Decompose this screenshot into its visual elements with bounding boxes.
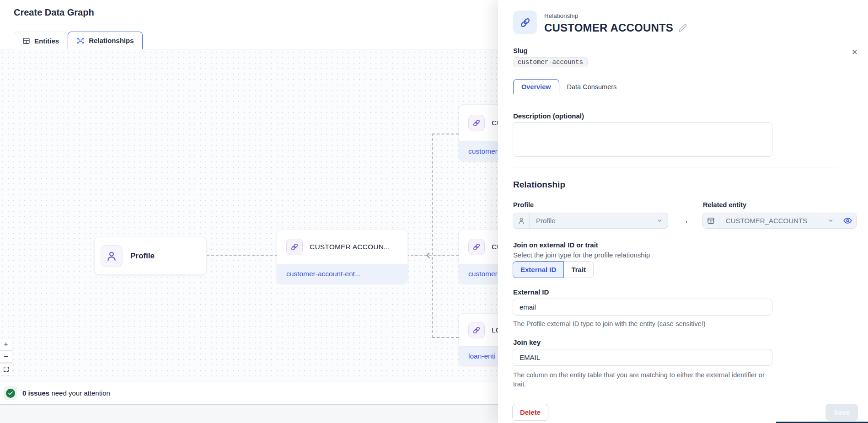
tab-relationships[interactable]: Relationships <box>68 32 142 49</box>
delete-button[interactable]: Delete <box>512 404 548 421</box>
description-textarea[interactable] <box>513 122 772 157</box>
node-profile-label: Profile <box>130 252 155 261</box>
save-button[interactable]: Save <box>825 404 858 421</box>
tab-overview-label: Overview <box>521 83 551 91</box>
relationship-link-icon <box>513 11 537 34</box>
node-entity-link[interactable]: customer <box>468 270 498 278</box>
join-key-help: The column on the entity table that you … <box>513 370 773 389</box>
slug-label: Slug <box>513 47 527 54</box>
trait-toggle-label: Trait <box>571 266 586 273</box>
external-id-help: The Profile external ID type to join wit… <box>513 320 706 327</box>
link-icon <box>468 115 485 131</box>
node-entity-link[interactable]: customer-account-ent... <box>286 270 361 278</box>
panel-tabs: Overview Data Consumers <box>513 79 838 94</box>
fit-view-button[interactable] <box>0 363 12 375</box>
close-icon: ✕ <box>852 48 858 57</box>
zoom-in-button[interactable]: + <box>0 338 12 350</box>
node-entity-link[interactable]: customer <box>468 147 498 155</box>
external-id-toggle-label: External ID <box>520 266 556 273</box>
related-entity-label: Related entity <box>703 201 746 209</box>
issues-badge <box>4 386 17 400</box>
external-id-label: External ID <box>513 288 549 296</box>
link-icon <box>286 239 303 255</box>
join-type-label: Join on external ID or trait <box>513 241 598 249</box>
profile-select-label: Profile <box>513 201 534 209</box>
mapping-arrow: → <box>680 215 689 226</box>
relationship-detail-panel: Relationship CUSTOMER ACCOUNTS ✕ Slug cu… <box>498 0 868 423</box>
tab-overview[interactable]: Overview <box>513 79 559 94</box>
edge-arrowhead <box>426 252 432 258</box>
table-icon <box>22 37 30 45</box>
edge-top-stub <box>432 134 459 134</box>
person-icon <box>101 245 123 267</box>
panel-kicker: Relationship <box>544 12 578 19</box>
check-circle-icon <box>6 389 15 398</box>
link-icon <box>468 239 485 255</box>
relationship-section-heading: Relationship <box>513 180 565 190</box>
tab-entities[interactable]: Entities <box>14 32 68 49</box>
plus-icon: + <box>4 340 8 349</box>
profile-select-value: Profile <box>530 217 652 225</box>
chevron-down-icon <box>652 218 668 224</box>
preview-entity-button[interactable] <box>839 213 856 228</box>
related-entity-select[interactable]: CUSTOMER_ACCOUNTS <box>702 213 857 229</box>
link-icon <box>468 322 485 338</box>
trait-toggle[interactable]: Trait <box>564 261 594 278</box>
page-title: Create Data Graph <box>14 0 94 25</box>
tab-data-consumers[interactable]: Data Consumers <box>559 79 625 94</box>
join-type-toggle: External ID Trait <box>513 261 594 278</box>
join-key-label: Join key <box>513 338 541 346</box>
node-profile[interactable]: Profile <box>94 237 207 275</box>
divider <box>513 167 838 167</box>
external-id-input[interactable] <box>513 299 772 316</box>
tab-entities-label: Entities <box>34 37 59 45</box>
issues-message: need your attention <box>49 389 110 397</box>
edit-title-button[interactable] <box>679 24 687 32</box>
node-entity-link[interactable]: loan-enti <box>468 352 495 360</box>
fullscreen-icon <box>3 366 9 372</box>
chevron-down-icon <box>823 218 839 224</box>
related-entity-value: CUSTOMER_ACCOUNTS <box>719 217 823 225</box>
description-label: Description (optional) <box>513 112 584 120</box>
edge-loan-stub <box>432 337 459 338</box>
panel-title: CUSTOMER ACCOUNTS <box>544 21 673 34</box>
minus-icon: − <box>4 352 8 361</box>
table-icon <box>703 213 719 228</box>
external-id-toggle[interactable]: External ID <box>513 261 564 278</box>
node-title: CUSTOMER ACCOUN... <box>310 243 390 251</box>
tab-relationships-label: Relationships <box>89 37 134 44</box>
profile-select[interactable]: Profile <box>513 213 668 229</box>
zoom-out-button[interactable]: − <box>0 350 12 363</box>
tab-data-consumers-label: Data Consumers <box>567 83 617 91</box>
slug-value: customer-accounts <box>513 57 588 67</box>
issues-status-text: 0 issues need your attention <box>22 381 110 405</box>
node-customer-accounts[interactable]: CUSTOMER ACCOUN... customer-account-ent.… <box>277 230 408 284</box>
pencil-icon <box>679 24 687 32</box>
network-icon <box>76 37 85 45</box>
person-icon <box>513 213 530 228</box>
close-panel-button[interactable]: ✕ <box>852 48 858 57</box>
join-type-help: Select the join type for the profile rel… <box>513 251 650 259</box>
issues-count: 0 issues <box>22 389 49 397</box>
eye-icon <box>843 216 852 225</box>
join-key-input[interactable] <box>513 349 772 366</box>
edge-trunk <box>432 134 433 337</box>
